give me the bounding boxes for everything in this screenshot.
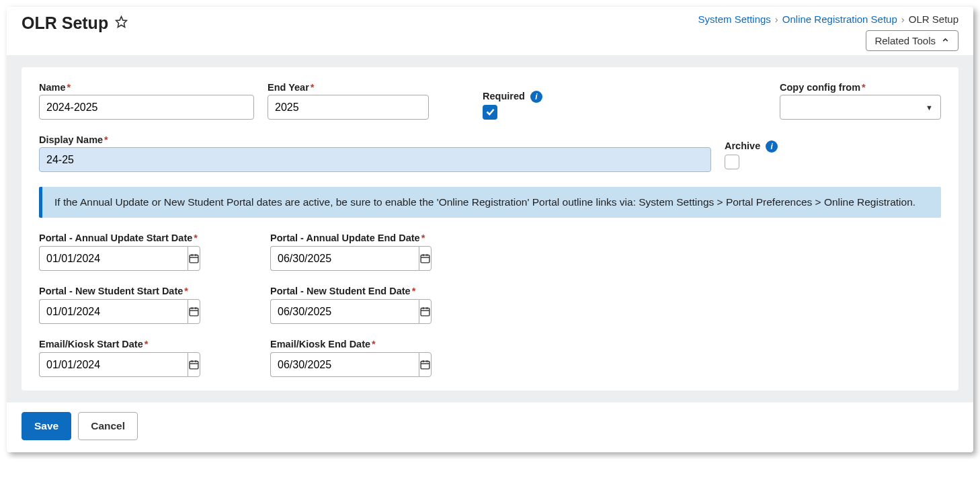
copy-config-field: Copy config from* ▼ (780, 82, 941, 120)
display-name-input[interactable] (39, 147, 711, 172)
page-title: OLR Setup (22, 13, 108, 33)
required-asterisk: * (412, 286, 416, 296)
breadcrumb: System Settings › Online Registration Se… (698, 13, 958, 25)
form-row-2: Display Name* Archive i (39, 134, 941, 172)
required-asterisk: * (421, 233, 425, 243)
calendar-button[interactable] (188, 352, 200, 377)
title-zone: OLR Setup (22, 13, 128, 33)
header-bar: OLR Setup System Settings › Online Regis… (7, 7, 973, 55)
newstudent-end-label: Portal - New Student End Date (270, 286, 411, 296)
required-asterisk: * (184, 286, 188, 296)
form-card: Name* End Year* Required i (22, 67, 958, 390)
required-label: Required (483, 91, 525, 101)
annual-end-input[interactable] (270, 246, 419, 271)
emailkiosk-start-field: Email/Kiosk Start Date* (39, 339, 268, 377)
info-banner: If the Annual Update or New Student Port… (39, 187, 941, 218)
newstudent-start-label: Portal - New Student Start Date (39, 286, 183, 296)
display-name-field: Display Name* (39, 134, 711, 172)
newstudent-end-input[interactable] (270, 299, 419, 324)
svg-rect-17 (190, 362, 198, 369)
calendar-button[interactable] (419, 352, 432, 377)
dates-grid: Portal - Annual Update Start Date* Porta… (39, 233, 941, 377)
emailkiosk-end-input[interactable] (270, 352, 419, 377)
svg-rect-5 (421, 255, 430, 263)
required-asterisk: * (104, 134, 108, 145)
copy-config-select-wrap: ▼ (780, 95, 941, 120)
page: OLR Setup System Settings › Online Regis… (7, 7, 973, 452)
annual-start-field: Portal - Annual Update Start Date* (39, 233, 268, 271)
calendar-button[interactable] (419, 246, 432, 271)
name-input[interactable] (39, 95, 254, 120)
calendar-button[interactable] (419, 299, 432, 324)
annual-end-field: Portal - Annual Update End Date* (270, 233, 499, 271)
calendar-button[interactable] (188, 246, 200, 271)
header-right: System Settings › Online Registration Se… (698, 13, 958, 51)
newstudent-end-field: Portal - New Student End Date* (270, 286, 499, 324)
related-tools-label: Related Tools (874, 35, 936, 46)
svg-rect-13 (421, 308, 430, 316)
favorite-star-icon[interactable] (115, 15, 128, 31)
breadcrumb-current: OLR Setup (909, 13, 958, 25)
emailkiosk-end-field: Email/Kiosk End Date* (270, 339, 499, 377)
form-row-1: Name* End Year* Required i (39, 82, 941, 120)
info-icon[interactable]: i (766, 140, 778, 153)
breadcrumb-system-settings[interactable]: System Settings (698, 13, 770, 25)
svg-rect-9 (190, 308, 198, 316)
info-icon[interactable]: i (530, 91, 542, 103)
display-name-label: Display Name (39, 134, 103, 145)
archive-field: Archive i (725, 140, 941, 172)
related-tools-button[interactable]: Related Tools (866, 30, 958, 51)
newstudent-start-input[interactable] (39, 299, 188, 324)
cancel-button[interactable]: Cancel (78, 412, 138, 440)
emailkiosk-end-label: Email/Kiosk End Date (270, 339, 370, 349)
save-button[interactable]: Save (22, 412, 71, 440)
svg-marker-0 (116, 17, 127, 28)
archive-checkbox[interactable] (725, 155, 739, 169)
copy-config-label: Copy config from (780, 82, 860, 93)
newstudent-start-field: Portal - New Student Start Date* (39, 286, 268, 324)
emailkiosk-start-input[interactable] (39, 352, 188, 377)
chevron-right-icon: › (775, 13, 778, 25)
name-label: Name (39, 82, 66, 93)
copy-config-select[interactable] (780, 95, 941, 120)
annual-start-label: Portal - Annual Update Start Date (39, 233, 192, 243)
svg-rect-1 (190, 255, 198, 263)
required-asterisk: * (862, 82, 866, 93)
content-strip: Name* End Year* Required i (7, 55, 973, 403)
end-year-field: End Year* (268, 82, 429, 120)
archive-label: Archive (725, 140, 760, 151)
name-field: Name* (39, 82, 254, 120)
info-banner-text: If the Annual Update or New Student Port… (54, 196, 915, 208)
required-field: Required i (442, 91, 766, 120)
required-asterisk: * (67, 82, 71, 93)
required-checkbox[interactable] (483, 105, 497, 120)
emailkiosk-start-label: Email/Kiosk Start Date (39, 339, 143, 349)
required-asterisk: * (194, 233, 198, 243)
required-asterisk: * (311, 82, 315, 93)
required-asterisk: * (372, 339, 376, 349)
chevron-up-icon (941, 35, 950, 46)
chevron-right-icon: › (901, 13, 905, 25)
svg-rect-21 (421, 362, 430, 369)
annual-start-input[interactable] (39, 246, 188, 271)
end-year-input[interactable] (268, 95, 429, 120)
required-asterisk: * (145, 339, 149, 349)
breadcrumb-online-registration-setup[interactable]: Online Registration Setup (782, 13, 897, 25)
annual-end-label: Portal - Annual Update End Date (270, 233, 420, 243)
end-year-label: End Year (268, 82, 309, 93)
calendar-button[interactable] (188, 299, 200, 324)
footer-bar: Save Cancel (7, 403, 973, 452)
